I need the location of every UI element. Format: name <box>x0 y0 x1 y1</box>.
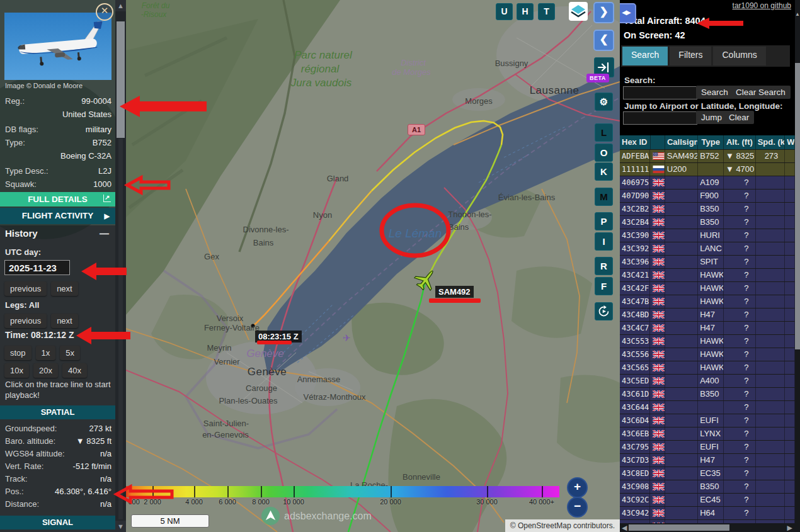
jump-button[interactable]: Jump <box>696 111 727 124</box>
table-row[interactable]: 43C5EDA400? <box>620 375 795 388</box>
tab-search[interactable]: Search <box>622 47 668 65</box>
map-button-m[interactable]: M <box>595 188 613 206</box>
column-header[interactable]: Spd. (kt) <box>756 135 786 149</box>
table-row[interactable]: 111111U200▼ 4700 <box>620 163 795 176</box>
playback-speed-40x[interactable]: 40x <box>62 363 87 378</box>
column-header[interactable]: W <box>785 135 795 149</box>
zoom-in-button[interactable]: + <box>567 477 588 498</box>
scroll-up-icon[interactable]: ▲ <box>115 0 126 11</box>
close-icon[interactable]: ✕ <box>96 3 113 21</box>
flight-activity-button[interactable]: FLIGHT ACTIVITY▶ <box>0 208 115 224</box>
table-row[interactable]: 43C942H64? <box>620 507 795 520</box>
playback-speed-5x[interactable]: 5x <box>60 346 80 360</box>
table-row[interactable]: 43C7D3H47? <box>620 454 795 467</box>
map-canvas[interactable]: U H T ❯ ❮ BETA ⚙ LOKMPIRF + − <box>126 0 620 532</box>
map-button-o[interactable]: O <box>595 144 613 162</box>
zoom-out-button[interactable]: − <box>567 497 588 518</box>
table-row[interactable]: 407D90F900? <box>620 190 795 203</box>
table-horizontal-scrollbar[interactable]: ◀ ▶ <box>620 523 800 532</box>
table-row[interactable]: 43C4C7H47? <box>620 322 795 335</box>
column-header[interactable] <box>651 135 665 149</box>
table-row[interactable]: 43C6D4EUFI? <box>620 414 795 427</box>
github-link[interactable]: tar1090 on github <box>733 1 791 10</box>
full-details-button[interactable]: FULL DETAILS <box>0 192 115 207</box>
table-row[interactable]: 43C61DB350? <box>620 388 795 401</box>
map-button-k[interactable]: K <box>595 162 613 181</box>
scrollbar-thumb[interactable] <box>629 524 729 531</box>
table-row[interactable]: 43C2B4B350? <box>620 216 795 229</box>
clear-search-button[interactable]: Clear Search <box>731 86 791 99</box>
table-row[interactable]: 43C421HAWK? <box>620 269 795 282</box>
sidebar-scrollbar[interactable]: ▲ ▼ <box>115 0 126 532</box>
scrollbar-thumb[interactable] <box>117 21 125 138</box>
table-row[interactable]: 406975A109? <box>620 176 795 190</box>
scroll-up-icon[interactable]: ▲ <box>795 11 800 17</box>
table-row[interactable]: 43C565HAWK? <box>620 361 795 375</box>
table-row[interactable]: 43C908B350? <box>620 480 795 494</box>
table-row[interactable]: 43C396SPIT? <box>620 256 795 269</box>
map-button-i[interactable]: I <box>595 232 613 251</box>
table-row[interactable]: 43C795EUFI? <box>620 441 795 454</box>
map-button-f[interactable]: F <box>595 277 613 295</box>
tab-filters[interactable]: Filters <box>670 47 711 65</box>
signal-section-header[interactable]: SIGNAL <box>0 516 115 529</box>
table-row[interactable]: 43C390HURI? <box>620 229 795 242</box>
aircraft-callsign-label[interactable]: SAM492 <box>435 286 474 298</box>
cell-extra <box>785 467 795 480</box>
table-row[interactable]: 43C4BDH47? <box>620 308 795 322</box>
map-button-l[interactable]: L <box>595 123 613 142</box>
map-button-p[interactable]: P <box>595 212 613 230</box>
table-row[interactable]: 43C392LANC? <box>620 242 795 256</box>
day-previous-button[interactable]: previous <box>4 281 47 296</box>
table-row[interactable]: 43C47BHAWK? <box>620 295 795 308</box>
utc-day-input[interactable] <box>4 260 70 275</box>
table-row[interactable]: 43C553HAWK? <box>620 335 795 348</box>
search-button[interactable]: Search <box>696 86 733 99</box>
table-row[interactable]: 43C92CEC45? <box>620 494 795 507</box>
spatial-value: 273 kt <box>89 422 111 435</box>
cell-callsign <box>665 203 698 215</box>
table-row[interactable]: 43C42FHAWK? <box>620 282 795 295</box>
table-row[interactable]: 43C644? <box>620 401 795 414</box>
replay-button[interactable] <box>595 302 613 320</box>
playback-speed-20x[interactable]: 20x <box>33 363 58 378</box>
leg-next-button[interactable]: next <box>51 314 78 328</box>
leg-previous-button[interactable]: previous <box>4 314 47 328</box>
column-header[interactable]: Hex ID <box>620 135 651 149</box>
button-t[interactable]: T <box>538 3 555 20</box>
collapse-icon[interactable]: — <box>100 228 109 239</box>
day-next-button[interactable]: next <box>51 281 78 296</box>
table-row[interactable]: 43C6EBLYNX? <box>620 427 795 441</box>
jump-input[interactable] <box>623 111 697 125</box>
scrollbar-thumb[interactable] <box>795 63 800 349</box>
table-vertical-scrollbar[interactable]: ▲ <box>795 0 800 523</box>
playback-speed-stop[interactable]: stop <box>4 346 31 360</box>
spatial-section-header[interactable]: SPATIAL <box>0 405 115 419</box>
scroll-left-icon[interactable]: ◀ <box>622 523 627 532</box>
table-row[interactable]: 43C8EDEC35? <box>620 467 795 480</box>
scroll-right-icon[interactable]: ▶ <box>787 523 792 532</box>
search-input[interactable] <box>623 86 697 99</box>
adsbexchange-logo-icon <box>261 506 280 526</box>
osm-attribution[interactable]: © OpenStreetMap contributors. <box>505 519 620 532</box>
layers-button[interactable] <box>569 2 588 21</box>
table-row[interactable]: ADFEBASAM492B752▼ 8325273 <box>620 150 795 163</box>
clear-jump-button[interactable]: Clear <box>724 111 754 124</box>
panel-toggle-button[interactable]: ◀▶ <box>620 3 636 23</box>
button-h[interactable]: H <box>517 3 534 20</box>
table-row[interactable]: 43C556HAWK? <box>620 348 795 361</box>
table-row[interactable]: 43C2B2B350? <box>620 203 795 216</box>
playback-speed-1x[interactable]: 1x <box>36 346 56 360</box>
button-u[interactable]: U <box>496 3 513 20</box>
column-header[interactable]: Callsign <box>665 135 698 149</box>
cell-callsign <box>665 216 698 229</box>
column-header[interactable]: Type <box>698 135 724 149</box>
scroll-down-icon[interactable]: ▼ <box>115 521 126 532</box>
playback-speed-10x[interactable]: 10x <box>4 363 29 378</box>
map-button-r[interactable]: R <box>595 257 613 275</box>
tab-columns[interactable]: Columns <box>713 47 765 65</box>
sidebar-expand-button[interactable]: ❯ <box>593 2 614 23</box>
settings-button[interactable]: ⚙ <box>595 93 613 111</box>
column-header[interactable]: Alt. (ft) <box>724 135 755 149</box>
sidebar-collapse-button[interactable]: ❮ <box>593 30 614 51</box>
